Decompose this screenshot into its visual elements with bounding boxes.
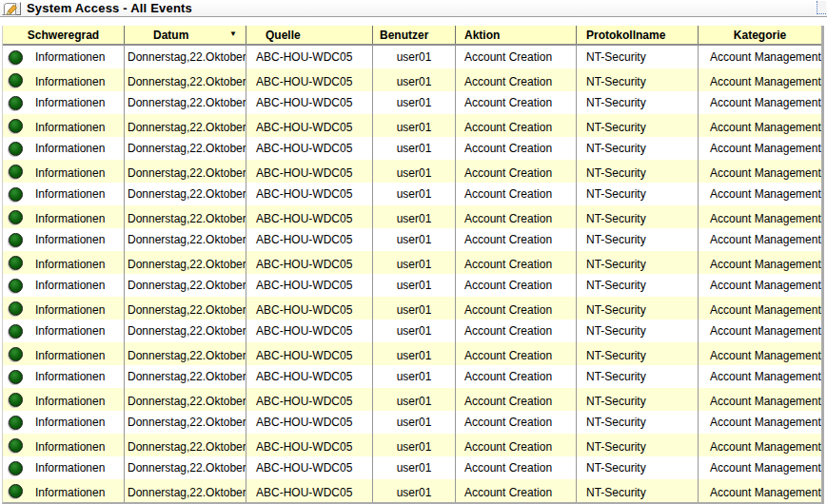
table-row[interactable]: Informationen Donnerstag,22.Oktober 20 A… (3, 228, 821, 251)
source-value: ABC-HOU-WDC05 (256, 461, 352, 475)
table-row[interactable]: Informationen Donnerstag,22.Oktober 20 A… (3, 320, 821, 342)
cell-protokollname: NT-Security (577, 365, 699, 388)
date-value: Donnerstag,22.Oktober 20 (128, 75, 246, 88)
column-header-protokollname[interactable]: Protokollname (577, 26, 699, 44)
table-row[interactable]: Informationen Donnerstag,22.Oktober 20 A… (3, 137, 821, 160)
cell-schweregrad: Informationen (3, 183, 125, 205)
date-value: Donnerstag,22.Oktober 20 (128, 440, 246, 454)
cell-protokollname: NT-Security (577, 137, 699, 160)
information-severity-icon (9, 347, 23, 361)
column-header-aktion[interactable]: Aktion (456, 26, 577, 44)
action-value: Account Creation (464, 349, 552, 362)
column-header-datum[interactable]: Datum ▼ (125, 26, 246, 44)
source-value: ABC-HOU-WDC05 (256, 440, 352, 454)
source-value: ABC-HOU-WDC05 (256, 142, 352, 155)
severity-label: Informationen (35, 212, 105, 225)
protocol-value: NT-Security (586, 121, 646, 134)
severity-label: Informationen (35, 279, 105, 292)
source-value: ABC-HOU-WDC05 (256, 96, 352, 109)
table-row[interactable]: Informationen Donnerstag,22.Oktober 20 A… (3, 91, 821, 114)
cell-schweregrad: Informationen (3, 251, 125, 274)
column-header-quelle[interactable]: Quelle (246, 26, 373, 44)
action-value: Account Creation (464, 303, 552, 317)
cell-schweregrad: Informationen (3, 274, 125, 297)
severity-label: Informationen (35, 142, 105, 155)
user-value: user01 (397, 75, 432, 88)
table-row[interactable]: Informationen Donnerstag,22.Oktober 20 A… (3, 274, 821, 297)
table-row[interactable]: Informationen Donnerstag,22.Oktober 20 A… (3, 456, 821, 479)
table-row[interactable]: Informationen Donnerstag,22.Oktober 20 A… (3, 411, 821, 434)
table-row[interactable]: Informationen Donnerstag,22.Oktober 20 A… (3, 46, 821, 68)
cell-kategorie: Account Management (699, 137, 821, 160)
table-row[interactable]: Informationen Donnerstag,22.Oktober 20 A… (3, 297, 821, 320)
cell-quelle: ABC-HOU-WDC05 (246, 137, 373, 160)
date-value: Donnerstag,22.Oktober 20 (128, 187, 246, 201)
cell-quelle: ABC-HOU-WDC05 (246, 205, 373, 228)
cell-protokollname: NT-Security (577, 251, 699, 274)
category-value: Account Management (710, 486, 821, 499)
source-value: ABC-HOU-WDC05 (256, 233, 352, 246)
cell-protokollname: NT-Security (577, 274, 699, 297)
cell-quelle: ABC-HOU-WDC05 (246, 46, 373, 68)
cell-schweregrad: Informationen (3, 320, 125, 342)
cell-kategorie: Account Management (699, 68, 821, 91)
edit-properties-button[interactable] (2, 2, 21, 15)
column-header-kategorie[interactable]: Kategorie (699, 26, 821, 44)
user-value: user01 (397, 187, 432, 201)
column-header-benutzer[interactable]: Benutzer (373, 26, 456, 44)
protocol-value: NT-Security (586, 349, 646, 362)
table-row[interactable]: Informationen Donnerstag,22.Oktober 20 A… (3, 183, 821, 205)
cell-schweregrad: Informationen (3, 114, 125, 137)
date-value: Donnerstag,22.Oktober 20 (128, 50, 246, 64)
cell-kategorie: Account Management (699, 479, 821, 502)
table-header-row: Schweregrad Datum ▼ Quelle Benutzer Akti… (3, 26, 821, 46)
severity-label: Informationen (35, 440, 105, 454)
protocol-value: NT-Security (586, 96, 646, 109)
cell-datum: Donnerstag,22.Oktober 20 (125, 91, 246, 114)
cell-datum: Donnerstag,22.Oktober 20 (125, 365, 246, 388)
table-row[interactable]: Informationen Donnerstag,22.Oktober 20 A… (3, 479, 821, 502)
cell-kategorie: Account Management (699, 160, 821, 183)
cell-protokollname: NT-Security (577, 183, 699, 205)
cell-schweregrad: Informationen (3, 137, 125, 160)
cell-aktion: Account Creation (456, 68, 577, 91)
cell-schweregrad: Informationen (3, 365, 125, 388)
source-value: ABC-HOU-WDC05 (256, 121, 352, 134)
category-value: Account Management (710, 258, 821, 271)
cell-protokollname: NT-Security (577, 456, 699, 479)
protocol-value: NT-Security (586, 324, 646, 338)
table-row[interactable]: Informationen Donnerstag,22.Oktober 20 A… (3, 251, 821, 274)
pane-resize-handle[interactable] (817, 1, 826, 14)
user-value: user01 (397, 349, 432, 362)
date-value: Donnerstag,22.Oktober 20 (128, 461, 246, 475)
cell-benutzer: user01 (373, 388, 456, 411)
cell-kategorie: Account Management (699, 365, 821, 388)
user-value: user01 (397, 166, 432, 180)
cell-quelle: ABC-HOU-WDC05 (246, 479, 373, 502)
date-value: Donnerstag,22.Oktober 20 (128, 212, 246, 225)
column-header-schweregrad[interactable]: Schweregrad (3, 26, 125, 44)
table-row[interactable]: Informationen Donnerstag,22.Oktober 20 A… (3, 114, 821, 137)
cell-protokollname: NT-Security (577, 411, 699, 434)
cell-kategorie: Account Management (699, 114, 821, 137)
table-row[interactable]: Informationen Donnerstag,22.Oktober 20 A… (3, 342, 821, 365)
table-row[interactable]: Informationen Donnerstag,22.Oktober 20 A… (3, 388, 821, 411)
table-row[interactable]: Informationen Donnerstag,22.Oktober 20 A… (3, 434, 821, 456)
panel-titlebar: System Access - All Events (0, 0, 827, 17)
category-value: Account Management (710, 324, 821, 338)
table-row[interactable]: Informationen Donnerstag,22.Oktober 20 A… (3, 365, 821, 388)
table-row[interactable]: Informationen Donnerstag,22.Oktober 20 A… (3, 160, 821, 183)
category-value: Account Management (710, 142, 821, 155)
information-severity-icon (9, 210, 23, 224)
table-row[interactable]: Informationen Donnerstag,22.Oktober 20 A… (3, 68, 821, 91)
cell-quelle: ABC-HOU-WDC05 (246, 160, 373, 183)
protocol-value: NT-Security (586, 212, 646, 225)
source-value: ABC-HOU-WDC05 (256, 416, 352, 429)
category-value: Account Management (710, 370, 821, 383)
table-row[interactable]: Informationen Donnerstag,22.Oktober 20 A… (3, 205, 821, 228)
cell-benutzer: user01 (373, 160, 456, 183)
cell-benutzer: user01 (373, 137, 456, 160)
information-severity-icon (9, 279, 23, 293)
cell-kategorie: Account Management (699, 251, 821, 274)
source-value: ABC-HOU-WDC05 (256, 370, 352, 383)
